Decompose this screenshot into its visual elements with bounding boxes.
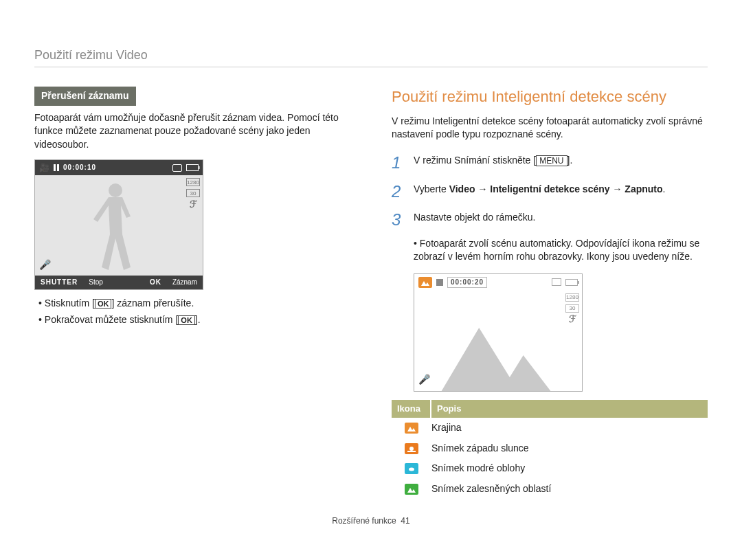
row-label: Snímek modré oblohy (431, 462, 708, 475)
row-label: Krajina (431, 421, 708, 435)
row-label: Snímek západu slunce (431, 442, 708, 456)
lcd2-side-icons: 1280 30 ℱ (565, 293, 579, 324)
camera-lcd-scene: 00:00:20 1280 30 ℱ 🎤 (414, 273, 583, 392)
res-icon: 1280 (565, 293, 579, 302)
svg-rect-2 (407, 451, 416, 452)
svg-point-1 (409, 447, 414, 451)
pause-icon (54, 164, 59, 171)
step-2: 2 Vyberte Video → Inteligentní detekce s… (392, 180, 708, 203)
footer-section: Rozšířené funkce (332, 516, 396, 526)
bullet-1: Stisknutím [OK] záznam přerušíte. (38, 297, 350, 311)
th-ikona: Ikona (392, 400, 431, 418)
row-label: Snímek zalesněných oblastí (431, 482, 708, 496)
scene-landscape-icon (418, 277, 432, 288)
record-icon (436, 279, 443, 286)
step-3: 3 Nastavte objekt do rámečku. (392, 208, 708, 232)
step-1: 1 V režimu Snímání stiskněte [MENU]. (392, 151, 708, 175)
icon-table: Ikona Popis Krajina Snímek západu slunce… (392, 400, 708, 500)
page-footer: Rozšířené funkce 41 (34, 516, 708, 526)
forest-icon (405, 484, 418, 495)
sky-icon (405, 463, 418, 474)
step-list: 1 V režimu Snímání stiskněte [MENU]. 2 V… (392, 151, 708, 232)
right-intro: V režimu Inteligentní detekce scény foto… (392, 115, 708, 142)
mic-icon: 🎤 (418, 373, 430, 387)
left-column: Přerušení záznamu Fotoaparát vám umožňuj… (34, 87, 350, 500)
stop-label: Stop (83, 278, 109, 287)
ok-label-lcd: OK (144, 278, 167, 287)
fan-icon: ℱ (186, 200, 200, 208)
section-heading: Použití režimu Inteligentní detekce scén… (392, 87, 708, 108)
lcd-side-icons: 1280 30 ℱ (186, 178, 200, 208)
res-icon: 1280 (186, 178, 200, 186)
step-number: 2 (392, 180, 407, 203)
landscape-icon (405, 423, 418, 434)
table-row: Snímek zalesněných oblastí (392, 479, 708, 500)
step-number: 3 (392, 208, 407, 232)
timer-text: 00:00:10 (63, 163, 96, 172)
zaznam-label: Záznam (167, 278, 203, 287)
footer-page-number: 41 (401, 516, 409, 526)
table-head: Ikona Popis (392, 400, 708, 418)
section-badge: Přerušení záznamu (34, 87, 136, 106)
sub-bullets: Fotoaparát zvolí scénu automaticky. Odpo… (414, 237, 708, 264)
battery-icon (565, 279, 578, 286)
svg-point-0 (109, 183, 122, 197)
th-popis: Popis (431, 400, 708, 418)
fan-icon: ℱ (565, 315, 579, 324)
sub-bullet-1: Fotoaparát zvolí scénu automaticky. Odpo… (414, 237, 708, 264)
mic-icon: 🎤 (39, 258, 51, 272)
fps-icon: 30 (186, 189, 200, 197)
ok-inline-icon: OK (95, 299, 112, 309)
person-silhouette (88, 181, 150, 273)
video-icon: 🎥 (39, 162, 49, 174)
timer-text-2: 00:00:20 (447, 277, 487, 288)
fps-icon: 30 (565, 304, 579, 313)
menu-inline-icon: MENU (536, 155, 567, 166)
battery-icon (186, 164, 199, 171)
mountain-silhouette (414, 322, 582, 391)
svg-point-3 (409, 468, 414, 471)
right-column: Použití režimu Inteligentní detekce scén… (392, 87, 708, 500)
content-columns: Přerušení záznamu Fotoaparát vám umožňuj… (34, 87, 708, 500)
camera-lcd-pause: 🎥 00:00:10 1280 (34, 159, 203, 290)
table-row: Krajina (392, 418, 708, 438)
sunset-icon (405, 443, 418, 454)
left-bullets: Stisknutím [OK] záznam přerušíte. Pokrač… (38, 297, 350, 326)
card-icon (172, 164, 182, 172)
shutter-label: SHUTTER (35, 278, 83, 287)
table-row: Snímek západu slunce (392, 438, 708, 459)
left-paragraph: Fotoaparát vám umožňuje dočasně přerušit… (34, 111, 350, 152)
card-icon (552, 278, 561, 286)
ok-inline-icon: OK (178, 315, 195, 325)
bullet-2: Pokračovat můžete stisknutím [OK]. (38, 313, 350, 327)
page-title: Použití režimu Video (34, 48, 708, 67)
step-number: 1 (392, 151, 407, 175)
table-row: Snímek modré oblohy (392, 458, 708, 479)
